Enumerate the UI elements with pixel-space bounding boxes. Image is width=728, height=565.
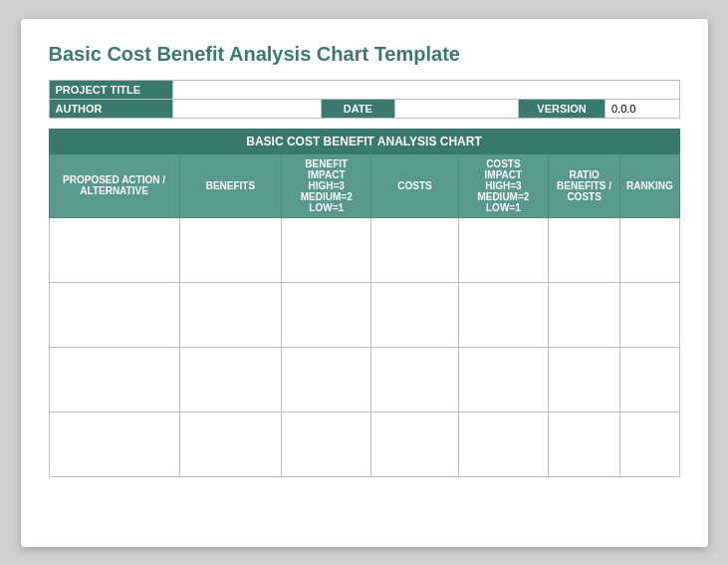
- col-benefits-label: BENEFITS: [206, 180, 255, 191]
- chart-table: BASIC COST BENEFIT ANALYSIS CHART PROPOS…: [49, 129, 680, 477]
- col-ratio-label: RATIOBENEFITS /COSTS: [557, 169, 611, 202]
- project-title-label: PROJECT TITLE: [49, 80, 172, 99]
- cell-ranking-4[interactable]: [620, 412, 679, 476]
- cell-benefit-impact-3[interactable]: [282, 347, 371, 412]
- cell-costs-2[interactable]: [371, 282, 459, 347]
- page-title: Basic Cost Benefit Analysis Chart Templa…: [49, 43, 680, 66]
- cell-costs-3[interactable]: [371, 347, 459, 412]
- meta-table: PROJECT TITLE AUTHOR DATE VERSION 0.0.0: [49, 80, 680, 119]
- version-label: VERSION: [519, 99, 606, 118]
- cell-proposed-3[interactable]: [49, 347, 179, 412]
- col-benefit-impact-label: BENEFITIMPACTHIGH=3MEDIUM=2LOW=1: [301, 158, 353, 213]
- author-row: AUTHOR DATE VERSION 0.0.0: [49, 99, 679, 118]
- col-header-ranking: RANKING: [620, 153, 679, 217]
- chart-title: BASIC COST BENEFIT ANALYSIS CHART: [49, 129, 679, 153]
- cell-benefits-2[interactable]: [179, 282, 282, 347]
- col-header-benefits: BENEFITS: [179, 153, 282, 217]
- cell-ratio-2[interactable]: [548, 282, 619, 347]
- cell-costs-4[interactable]: [371, 412, 459, 476]
- chart-header-row: PROPOSED ACTION /ALTERNATIVE BENEFITS BE…: [49, 153, 679, 217]
- cell-ranking-3[interactable]: [620, 347, 679, 412]
- author-label: AUTHOR: [49, 99, 172, 118]
- col-costs-impact-label: COSTSIMPACTHIGH=3MEDIUM=2LOW=1: [477, 158, 529, 213]
- date-value[interactable]: [395, 99, 519, 118]
- cell-proposed-4[interactable]: [49, 412, 179, 476]
- project-title-row: PROJECT TITLE: [49, 80, 679, 99]
- author-value[interactable]: [172, 99, 321, 118]
- cell-costs-impact-1[interactable]: [458, 217, 548, 282]
- cell-benefit-impact-2[interactable]: [282, 282, 371, 347]
- cell-costs-1[interactable]: [371, 217, 459, 282]
- cell-ratio-4[interactable]: [548, 412, 619, 476]
- col-costs-label: COSTS: [397, 180, 431, 191]
- cell-ratio-1[interactable]: [548, 217, 619, 282]
- chart-title-row: BASIC COST BENEFIT ANALYSIS CHART: [49, 129, 679, 153]
- cell-costs-impact-4[interactable]: [458, 412, 548, 476]
- cell-costs-impact-3[interactable]: [458, 347, 548, 412]
- cell-benefit-impact-1[interactable]: [282, 217, 371, 282]
- cell-benefit-impact-4[interactable]: [282, 412, 371, 476]
- cell-benefits-4[interactable]: [179, 412, 282, 476]
- date-label: DATE: [321, 99, 394, 118]
- project-title-value[interactable]: [172, 80, 679, 99]
- cell-costs-impact-2[interactable]: [458, 282, 548, 347]
- cell-ratio-3[interactable]: [548, 347, 619, 412]
- version-value[interactable]: 0.0.0: [606, 99, 680, 118]
- col-header-ratio: RATIOBENEFITS /COSTS: [548, 153, 619, 217]
- cell-benefits-3[interactable]: [179, 347, 282, 412]
- cell-benefits-1[interactable]: [179, 217, 282, 282]
- table-row: [49, 412, 679, 476]
- cell-ranking-1[interactable]: [620, 217, 679, 282]
- col-header-benefit-impact: BENEFITIMPACTHIGH=3MEDIUM=2LOW=1: [282, 153, 371, 217]
- table-row: [49, 347, 679, 412]
- cell-ranking-2[interactable]: [620, 282, 679, 347]
- cell-proposed-1[interactable]: [49, 217, 179, 282]
- col-proposed-label: PROPOSED ACTION /ALTERNATIVE: [63, 174, 165, 196]
- col-header-proposed: PROPOSED ACTION /ALTERNATIVE: [49, 153, 179, 217]
- table-row: [49, 282, 679, 347]
- cell-proposed-2[interactable]: [49, 282, 179, 347]
- col-header-costs-impact: COSTSIMPACTHIGH=3MEDIUM=2LOW=1: [458, 153, 548, 217]
- col-header-costs: COSTS: [371, 153, 459, 217]
- table-row: [49, 217, 679, 282]
- page-container: Basic Cost Benefit Analysis Chart Templa…: [21, 19, 708, 547]
- col-ranking-label: RANKING: [626, 180, 673, 191]
